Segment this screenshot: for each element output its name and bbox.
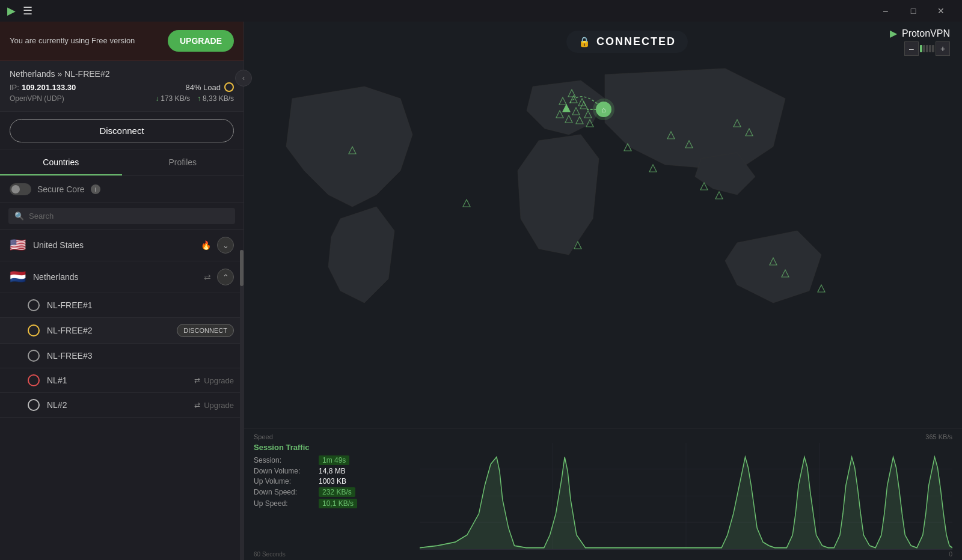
server-list: 🇺🇸 United States 🔥 ⌄ 🇳🇱 Netherlands ⇄ ⌃ [0,230,244,560]
us-country-name: United States [33,240,200,250]
world-map-svg: ⌂ [244,22,962,428]
max-speed-label: 365 KB/s [925,433,952,440]
zoom-pip-2 [923,45,925,52]
proton-vpn-icon: ▶ [890,28,897,39]
zoom-out-button[interactable]: – [904,41,919,56]
nl-free1-label: NL-FREE#1 [47,300,234,310]
server-row-nl1[interactable]: NL#1 ⇄ Upgrade [0,368,244,393]
country-row-us[interactable]: 🇺🇸 United States 🔥 ⌄ [0,230,244,261]
ip-label: IP: [10,83,19,92]
down-volume-label: Down Volume: [254,467,314,475]
us-fire-icon[interactable]: 🔥 [200,239,212,251]
nl2-arrow-icon: ⇄ [194,401,200,409]
secure-core-info-icon[interactable]: i [91,184,100,194]
speed-chart-svg [420,443,952,549]
download-speed: ↓ 173 KB/s [155,94,190,103]
zoom-track [920,45,934,52]
title-bar: ▶ ☰ – □ ✕ [0,0,962,22]
zoom-controls: – + [904,41,950,56]
tab-profiles[interactable]: Profiles [122,150,244,175]
speed-chart [420,443,952,550]
tab-bar: Countries Profiles [0,150,244,176]
server-row-nl-free2[interactable]: NL-FREE#2 DISCONNECT [0,318,244,344]
collapse-sidebar-button[interactable]: ‹ [235,70,252,87]
tab-countries[interactable]: Countries [0,150,122,175]
up-speed-label: Up Speed: [254,499,314,508]
nl-free3-label: NL-FREE#3 [47,351,234,361]
disconnect-button[interactable]: Disconnect [10,119,234,142]
session-time-label: Session: [254,456,314,464]
secure-core-toggle[interactable] [10,183,31,195]
map-header: 🔒 CONNECTED ▶ ProtonVPN – [244,22,962,62]
connected-badge: 🔒 CONNECTED [566,31,688,53]
traffic-stats: Session: 1m 49s Down Volume: 14,8 MB Up … [254,455,410,508]
nl1-label: NL#1 [47,376,194,385]
map-area: 🔒 CONNECTED ▶ ProtonVPN – [244,22,962,560]
down-volume-row: Down Volume: 14,8 MB [254,467,410,475]
lock-icon: 🔒 [578,36,590,47]
server-row-nl-free1[interactable]: NL-FREE#1 [0,293,244,318]
window-controls: – □ ✕ [872,0,955,22]
maximize-button[interactable]: □ [899,0,927,22]
search-section: 🔍 [0,203,244,230]
zoom-in-button[interactable]: + [936,41,950,56]
nl-free2-disconnect-button[interactable]: DISCONNECT [177,324,234,337]
us-flag-icon: 🇺🇸 [10,237,26,253]
down-volume-value: 14,8 MB [319,467,346,475]
upload-arrow-icon: ↑ [197,94,201,103]
country-row-nl[interactable]: 🇳🇱 Netherlands ⇄ ⌃ [0,261,244,293]
down-speed-row: Down Speed: 232 KB/s [254,487,410,497]
free-version-text: You are currently using Free version [10,35,135,46]
upgrade-button[interactable]: UPGRADE [168,30,234,52]
secure-core-row: Secure Core i [0,176,244,203]
time-label-row: 60 Seconds 0 [254,550,952,558]
zoom-pip-4 [929,45,931,52]
min-speed-label: 0 [949,551,952,558]
zoom-pip-3 [926,45,928,52]
time-axis-label: 60 Seconds [254,551,286,558]
down-speed-value: 232 KB/s [319,487,355,497]
traffic-panel: Speed 365 KB/s Session Traffic Session: … [244,428,962,560]
proton-branding: ▶ ProtonVPN [890,28,950,39]
proton-logo-area: ▶ ProtonVPN – + [890,28,950,56]
proton-name-label: ProtonVPN [902,28,950,39]
load-circle-icon [224,82,234,92]
nl-free2-status-icon [28,324,40,336]
zoom-pip-5 [932,45,934,52]
sidebar-scrollbar-thumb[interactable] [240,250,244,286]
close-button[interactable]: ✕ [927,0,955,22]
protocol-speed-row: OpenVPN (UDP) ↓ 173 KB/s ↑ 8,33 KB/s [10,94,234,103]
speed-axis-row: Speed 365 KB/s [254,433,952,440]
disconnect-section: Disconnect [0,112,244,150]
home-icon-text: ⌂ [601,105,606,114]
nl2-upgrade-label[interactable]: Upgrade [204,401,234,410]
speed-axis-label: Speed [254,433,273,440]
session-traffic-title: Session Traffic [254,443,410,452]
nl1-status-icon [28,374,40,386]
ip-value: 109.201.133.30 [22,83,76,92]
session-time-value: 1m 49s [319,455,349,465]
sidebar-scrollbar [240,250,244,560]
server-row-nl-free3[interactable]: NL-FREE#3 [0,344,244,368]
title-bar-left: ▶ ☰ [7,4,32,17]
us-expand-button[interactable]: ⌄ [217,237,234,254]
connection-info-panel: Netherlands » NL-FREE#2 IP: 109.201.133.… [0,61,244,112]
secure-core-label: Secure Core [37,184,85,194]
minimize-button[interactable]: – [872,0,899,22]
nl-collapse-button[interactable]: ⌃ [217,269,234,285]
main-layout: You are currently using Free version UPG… [0,22,962,560]
nl-connect-icon[interactable]: ⇄ [203,271,212,283]
nl1-upgrade-label[interactable]: Upgrade [204,376,234,385]
world-map-container: ⌂ [244,22,962,428]
download-speed-value: 173 KB/s [161,94,190,103]
nl2-label: NL#2 [47,400,194,410]
server-row-nl2[interactable]: NL#2 ⇄ Upgrade [0,393,244,418]
down-speed-label: Down Speed: [254,488,314,496]
up-volume-row: Up Volume: 1003 KB [254,477,410,485]
search-input[interactable] [29,212,229,221]
load-value: 84% Load [185,83,221,92]
nl-country-icons: ⇄ ⌃ [203,269,234,285]
session-time-row: Session: 1m 49s [254,455,410,465]
up-speed-value: 10,1 KB/s [319,499,357,508]
hamburger-menu-icon[interactable]: ☰ [23,4,32,17]
